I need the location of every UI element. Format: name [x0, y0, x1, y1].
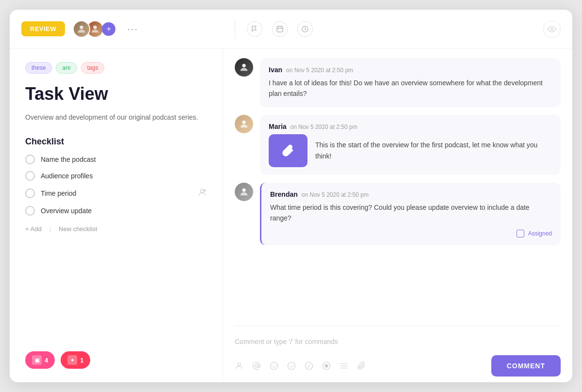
comment-time-maria: on Nov 5 2020 at 2:50 pm — [291, 124, 357, 130]
tag-tags[interactable]: tags — [81, 62, 105, 74]
assigned-checkbox[interactable] — [517, 230, 524, 237]
comment-item-maria: Maria on Nov 5 2020 at 2:50 pm This is t… — [235, 115, 561, 175]
comment-header-ivan: Ivan on Nov 5 2020 at 2:50 pm — [269, 66, 552, 74]
checklist-item-label-2: Audience profiles — [41, 172, 207, 180]
top-bar: REVIEW + ··· — [10, 10, 572, 48]
badge-count-1: 4 — [45, 357, 48, 364]
comments-list: Ivan on Nov 5 2020 at 2:50 pm I have a l… — [235, 58, 561, 326]
eye-icon-button[interactable] — [543, 20, 561, 38]
checklist-title: Checklist — [25, 137, 207, 147]
avatar-maria — [235, 115, 253, 133]
comment-item-brendan: Brendan on Nov 5 2020 at 2:50 pm What ti… — [235, 183, 561, 245]
checklist-item-label-4: Overview update — [41, 207, 207, 215]
list-icon[interactable] — [340, 361, 348, 370]
checklist-checkbox-4[interactable] — [25, 206, 35, 216]
svg-point-4 — [551, 28, 553, 30]
assign-icon[interactable] — [197, 188, 207, 199]
comment-time-ivan: on Nov 5 2020 at 2:50 pm — [286, 67, 353, 74]
more-options-button[interactable]: ··· — [127, 23, 138, 34]
svg-point-1 — [94, 25, 97, 29]
checklist-footer: + Add | New checklist — [25, 225, 207, 233]
at-mention-icon[interactable] — [252, 361, 261, 370]
reaction-icon[interactable] — [287, 361, 296, 370]
comment-author-ivan: Ivan — [269, 66, 282, 74]
right-panel: Ivan on Nov 5 2020 at 2:50 pm I have a l… — [223, 48, 572, 382]
comment-author-maria: Maria — [269, 123, 287, 130]
flag-icon-button[interactable] — [247, 21, 262, 37]
page-title: Task View — [25, 83, 207, 104]
page-description: Overview and development of our original… — [25, 112, 207, 123]
attachment-block: This is the start of the overview for th… — [269, 134, 552, 167]
tag-these[interactable]: these — [25, 62, 52, 74]
badge-figma[interactable]: ✦ 1 — [61, 351, 90, 369]
top-bar-right — [235, 20, 561, 38]
footer-divider: | — [49, 225, 51, 233]
svg-point-9 — [238, 363, 241, 366]
comment-header-maria: Maria on Nov 5 2020 at 2:50 pm — [269, 123, 552, 130]
svg-point-7 — [242, 120, 245, 124]
new-checklist-link[interactable]: New checklist — [59, 225, 97, 233]
comment-author-brendan: Brendan — [270, 190, 298, 198]
comment-bubble-maria: Maria on Nov 5 2020 at 2:50 pm This is t… — [260, 115, 561, 175]
svg-point-6 — [242, 64, 245, 67]
top-bar-left: REVIEW + ··· — [21, 20, 235, 38]
checklist-checkbox-1[interactable] — [25, 155, 35, 164]
record-icon[interactable] — [322, 361, 331, 370]
tags-row: these are tags — [25, 62, 207, 74]
comment-text-maria: This is the start of the overview for th… — [315, 140, 552, 161]
emoji-icon[interactable] — [270, 361, 278, 370]
left-panel: these are tags Task View Overview and de… — [10, 48, 223, 382]
add-checklist-item-link[interactable]: + Add — [25, 225, 42, 233]
comment-bubble-brendan: Brendan on Nov 5 2020 at 2:50 pm What ti… — [260, 183, 561, 245]
svg-point-0 — [80, 25, 83, 29]
toolbar-icons — [247, 21, 313, 37]
clock-icon-button[interactable] — [297, 21, 313, 37]
svg-point-5 — [201, 189, 204, 192]
checklist-item: Name the podcast — [25, 155, 207, 164]
tag-are[interactable]: are — [56, 62, 77, 74]
avatar-user1[interactable] — [73, 20, 90, 38]
comment-toolbar: COMMENT — [235, 355, 561, 376]
main-content: these are tags Task View Overview and de… — [10, 48, 572, 382]
checklist-item: Audience profiles — [25, 171, 207, 181]
checklist-checkbox-3[interactable] — [25, 188, 35, 198]
comment-text-brendan: What time period is this covering? Could… — [270, 202, 552, 224]
comment-bubble-ivan: Ivan on Nov 5 2020 at 2:50 pm I have a l… — [260, 58, 561, 107]
app-container: REVIEW + ··· — [10, 10, 572, 382]
checklist-item-label-3: Time period — [41, 189, 192, 197]
badge-invision[interactable]: ▣ 4 — [25, 351, 55, 369]
review-badge[interactable]: REVIEW — [21, 21, 65, 36]
comment-item-ivan: Ivan on Nov 5 2020 at 2:50 pm I have a l… — [235, 58, 561, 107]
checklist-item-label-1: Name the podcast — [41, 156, 207, 163]
calendar-icon-button[interactable] — [272, 21, 288, 37]
figma-icon: ✦ — [67, 355, 77, 365]
mention-user-icon[interactable] — [235, 361, 243, 370]
checklist-item: Time period — [25, 188, 207, 199]
svg-point-11 — [271, 362, 278, 370]
checklist-items: Name the podcast Audience profiles Time … — [25, 155, 207, 216]
assigned-badge: Assigned — [270, 230, 552, 237]
comment-input[interactable] — [235, 334, 561, 349]
add-member-button[interactable]: + — [102, 22, 115, 36]
assigned-label: Assigned — [528, 230, 552, 237]
bottom-badges: ▣ 4 ✦ 1 — [25, 342, 207, 369]
checklist-checkbox-2[interactable] — [25, 171, 35, 181]
svg-point-18 — [325, 364, 328, 367]
svg-line-16 — [308, 364, 310, 367]
attachment-thumbnail[interactable] — [269, 134, 307, 167]
svg-point-8 — [242, 188, 245, 191]
comment-input-area: COMMENT — [235, 326, 561, 382]
svg-point-14 — [288, 362, 295, 370]
badge-count-2: 1 — [80, 357, 83, 364]
avatar-ivan — [235, 58, 253, 77]
svg-point-10 — [255, 364, 258, 367]
slash-command-icon[interactable] — [305, 361, 313, 370]
comment-toolbar-icons — [235, 361, 366, 370]
comment-header-brendan: Brendan on Nov 5 2020 at 2:50 pm — [270, 190, 552, 198]
avatar-group: + — [73, 20, 115, 38]
svg-rect-2 — [277, 27, 283, 32]
invision-icon: ▣ — [32, 355, 42, 365]
comment-text-ivan: I have a lot of ideas for this! Do we ha… — [269, 78, 552, 99]
comment-submit-button[interactable]: COMMENT — [491, 355, 561, 376]
attachment-icon[interactable] — [357, 361, 366, 370]
